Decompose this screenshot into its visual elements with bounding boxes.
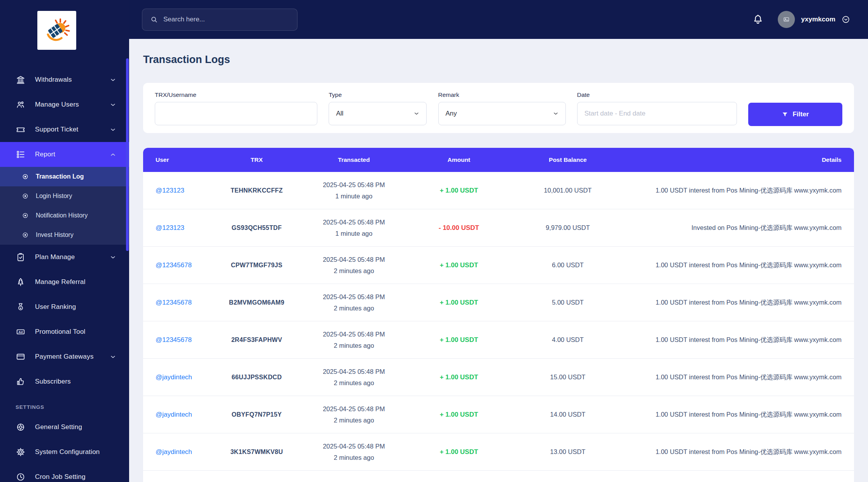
date-label: Date [577, 91, 737, 98]
post-balance-cell: 9,979.00 USDT [513, 224, 622, 231]
chevron-down-icon [110, 354, 116, 360]
sidebar-item-promotional-tool[interactable]: Ad Promotional Tool [0, 319, 129, 344]
remark-select[interactable]: Any [438, 102, 566, 125]
chevron-down-icon [414, 111, 419, 116]
sidebar-item-label: Cron Job Setting [35, 473, 116, 481]
details-cell: Invested on Pos Mining-优选源码库 www.yxymk.c… [622, 224, 842, 232]
app-logo[interactable] [37, 11, 76, 50]
table-row: @123123 GS93QCH55TDF 2025-04-25 05:48 PM… [143, 209, 854, 247]
filter-button[interactable]: Filter [748, 103, 842, 126]
sidebar-item-label: General Setting [35, 423, 116, 431]
sidebar-subitem-label: Transaction Log [36, 173, 84, 180]
user-link[interactable]: @12345678 [156, 299, 210, 307]
amount-cell: - 10.00 USDT [404, 224, 513, 232]
sidebar-item-general-setting[interactable]: General Setting [0, 415, 129, 440]
dot-circle-icon [22, 212, 29, 219]
trx-cell: 2R4FS3FAPHWV [210, 337, 303, 344]
clock-icon [16, 472, 26, 482]
date-range-input[interactable] [577, 102, 737, 125]
sidebar-nav: Withdrawals Manage Users Support Ticket [0, 67, 129, 482]
transacted-cell: 2025-04-25 05:48 PM 2 minutes ago [303, 366, 404, 389]
transacted-cell: 2025-04-25 05:48 PM 2 minutes ago [303, 254, 404, 277]
search-icon [150, 16, 158, 23]
post-balance-cell: 4.00 USDT [513, 336, 622, 344]
sidebar-item-subscribers[interactable]: Subscribers [0, 369, 129, 394]
table-row: @jaydintech 66UJJPSSKDCD 2025-04-25 05:4… [143, 359, 854, 396]
sidebar-subitem-label: Notification History [36, 212, 88, 219]
tree-icon [16, 277, 26, 287]
user-link[interactable]: @123123 [156, 187, 210, 195]
sidebar-item-manage-users[interactable]: Manage Users [0, 92, 129, 117]
chevron-down-icon [110, 77, 116, 83]
user-link[interactable]: @jaydintech [156, 373, 210, 381]
medal-icon [16, 302, 26, 312]
post-balance-cell: 5.00 USDT [513, 299, 622, 306]
knob-icon [16, 422, 26, 432]
trx-username-input[interactable] [155, 102, 317, 125]
sidebar-subitem-label: Login History [36, 193, 72, 200]
table-row: @jaydintech OBYFQ7N7P15Y 2025-04-25 05:4… [143, 396, 854, 433]
user-link[interactable]: @jaydintech [156, 411, 210, 419]
transacted-date: 2025-04-25 05:48 PM [303, 441, 404, 452]
sidebar-subitem-login-history[interactable]: Login History [0, 186, 129, 206]
details-cell: 1.00 USDT interest from Pos Mining-优选源码库… [622, 261, 842, 270]
user-link[interactable]: @jaydintech [156, 448, 210, 456]
notification-bell-icon[interactable] [752, 14, 764, 25]
column-header-trx: TRX [210, 156, 303, 163]
avatar [778, 11, 795, 28]
user-link[interactable]: @123123 [156, 224, 210, 232]
chevron-down-icon [110, 254, 116, 260]
main-content: Transaction Logs TRX/Username Type All R… [129, 39, 868, 482]
ad-icon: Ad [16, 327, 26, 337]
transacted-cell: 2025-04-25 05:48 PM 2 minutes ago [303, 329, 404, 351]
sidebar-item-user-ranking[interactable]: User Ranking [0, 294, 129, 319]
ticket-icon [16, 124, 26, 135]
sidebar-subitem-notification-history[interactable]: Notification History [0, 206, 129, 225]
transacted-cell: 2025-04-25 05:48 PM 2 minutes ago [303, 291, 404, 314]
details-cell: 1.00 USDT interest from Pos Mining-优选源码库… [622, 186, 842, 195]
sidebar-subitem-transaction-log[interactable]: Transaction Log [0, 167, 129, 186]
sidebar-item-payment-gateways[interactable]: Payment Gateways [0, 344, 129, 369]
transacted-ago: 2 minutes ago [303, 452, 404, 463]
transacted-cell: 2025-04-25 05:48 PM 1 minute ago [303, 217, 404, 239]
sidebar-item-label: Manage Users [35, 101, 110, 109]
sidebar-item-support-ticket[interactable]: Support Ticket [0, 117, 129, 142]
trx-cell: 66UJJPSSKDCD [210, 374, 303, 381]
dot-circle-icon [22, 231, 29, 238]
search-input[interactable] [163, 16, 289, 23]
sidebar-item-manage-referral[interactable]: Manage Referral [0, 270, 129, 294]
page-title: Transaction Logs [143, 54, 230, 66]
user-menu[interactable]: yxymkcom [778, 11, 850, 28]
transacted-ago: 2 minutes ago [303, 265, 404, 277]
sidebar-item-system-configuration[interactable]: System Configuration [0, 440, 129, 464]
sidebar-item-report[interactable]: Report [0, 142, 129, 167]
trx-cell: OBYFQ7N7P15Y [210, 411, 303, 418]
user-link[interactable]: @12345678 [156, 261, 210, 269]
transacted-date: 2025-04-25 05:48 PM [303, 254, 404, 265]
amount-cell: + 1.00 USDT [404, 261, 513, 269]
table-row: @12345678 2R4FS3FAPHWV 2025-04-25 05:48 … [143, 321, 854, 359]
sidebar-item-label: Payment Gateways [35, 353, 110, 361]
sidebar-item-cron-job-setting[interactable]: Cron Job Setting [0, 464, 129, 482]
image-placeholder-icon [782, 16, 790, 23]
chevron-down-icon [110, 127, 116, 133]
topbar: yxymkcom [129, 0, 868, 39]
transacted-ago: 2 minutes ago [303, 303, 404, 314]
sidebar-item-withdrawals[interactable]: Withdrawals [0, 67, 129, 92]
table-row: @jaydintech 3K1KS7WMKV8U 2025-04-25 05:4… [143, 433, 854, 471]
table-header-row: User TRX Transacted Amount Post Balance … [143, 148, 854, 172]
sidebar-item-plan-manage[interactable]: Plan Manage [0, 245, 129, 270]
sidebar-item-label: System Configuration [35, 448, 116, 456]
trx-cell: GS93QCH55TDF [210, 224, 303, 231]
type-select[interactable]: All [329, 102, 427, 125]
sidebar-scrollbar[interactable] [126, 58, 129, 251]
post-balance-cell: 13.00 USDT [513, 448, 622, 456]
sidebar-subitem-invest-history[interactable]: Invest History [0, 225, 129, 245]
details-cell: 1.00 USDT interest from Pos Mining-优选源码库… [622, 336, 842, 344]
type-field: Type All [329, 91, 427, 126]
transacted-ago: 1 minute ago [303, 191, 404, 202]
gear-icon [16, 447, 26, 457]
date-field: Date [577, 91, 737, 126]
sidebar-item-label: Support Ticket [35, 126, 110, 133]
user-link[interactable]: @12345678 [156, 336, 210, 344]
